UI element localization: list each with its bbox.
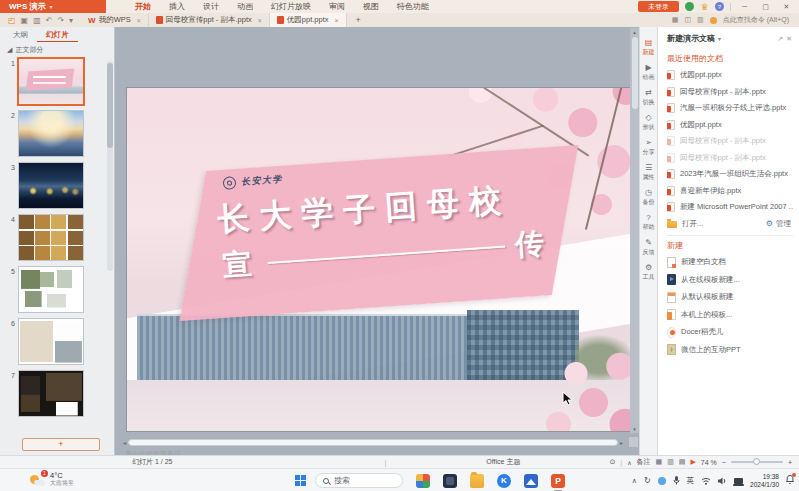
- find-icon-3[interactable]: ▥: [697, 16, 704, 24]
- vertical-scroll-thumb[interactable]: [632, 37, 638, 109]
- local-templates-item[interactable]: 本机上的模板...: [667, 309, 793, 320]
- print-icon[interactable]: ▥: [33, 16, 41, 25]
- normal-view-button[interactable]: ▦: [656, 458, 663, 466]
- zoom-in-button[interactable]: +: [788, 459, 792, 466]
- menu-icon[interactable]: ◰: [8, 16, 16, 25]
- tab-slideshow[interactable]: 幻灯片放映: [262, 1, 320, 12]
- recent-doc-item[interactable]: 回母校宣传ppt - 副本.pptx: [667, 87, 793, 97]
- shape-pane-button[interactable]: ◇ 形状: [642, 114, 655, 132]
- media-app-icon[interactable]: [443, 474, 457, 488]
- recent-doc-item[interactable]: 优园ppt.pptx: [667, 120, 793, 130]
- wps-logo[interactable]: WPS 演示 ▾: [0, 0, 106, 13]
- doc-tab-youyuan[interactable]: 优园ppt.pptx ×: [270, 13, 347, 27]
- wechat-interactive-ppt-item[interactable]: 微信上的互动PPT: [667, 344, 793, 355]
- manage-button[interactable]: ⚙ 管理: [766, 219, 793, 229]
- qa-more-icon[interactable]: ▾: [69, 16, 73, 25]
- add-slide-button[interactable]: +: [22, 438, 100, 451]
- tab-review[interactable]: 审阅: [320, 1, 354, 12]
- share-pane-button[interactable]: ➢ 分享: [642, 139, 655, 157]
- recent-doc-item-unavailable[interactable]: 回母校宣传ppt - 副本.pptx: [667, 136, 793, 146]
- section-header[interactable]: ◢ 正文部分: [0, 42, 114, 57]
- find-icon-2[interactable]: ◫: [684, 16, 691, 24]
- tab-home[interactable]: 开始: [126, 1, 160, 12]
- recent-doc-item-unavailable[interactable]: 回母校宣传ppt - 副本.pptx: [667, 153, 793, 163]
- slide-thumbnail[interactable]: [19, 319, 83, 364]
- slide-thumbnail-row[interactable]: 1: [0, 59, 114, 104]
- tab-design[interactable]: 设计: [194, 1, 228, 12]
- maximize-button[interactable]: ▢: [758, 0, 773, 13]
- slide-thumbnail-row[interactable]: 6: [0, 319, 114, 364]
- close-tab-icon[interactable]: ×: [335, 17, 339, 24]
- slide-thumbnail-row[interactable]: 5: [0, 267, 114, 312]
- help-icon[interactable]: ?: [715, 2, 724, 11]
- doc-tab-mywps[interactable]: W 我的WPS ×: [81, 13, 149, 27]
- scroll-right-icon[interactable]: ▸: [620, 439, 623, 446]
- weather-widget[interactable]: 1 4°C 大雨将至: [30, 472, 74, 487]
- transition-pane-button[interactable]: ⇄ 切换: [642, 89, 655, 107]
- slide-thumbnail[interactable]: [19, 371, 83, 416]
- backup-pane-button[interactable]: ◷ 备份: [642, 189, 655, 207]
- microphone-icon[interactable]: [673, 476, 680, 485]
- slide-thumbnail[interactable]: [19, 59, 83, 104]
- scroll-up-icon[interactable]: ▴: [633, 29, 636, 35]
- animation-pane-button[interactable]: ▶ 动画: [642, 64, 655, 82]
- new-pane-button[interactable]: ▤ 新建: [642, 39, 655, 57]
- photos-app-icon[interactable]: [524, 474, 538, 488]
- slide-thumbnail-row[interactable]: 2: [0, 111, 114, 156]
- slide-thumbnail-row[interactable]: 7: [0, 371, 114, 416]
- redo-icon[interactable]: ↷: [57, 16, 64, 25]
- wps-presentation-app-icon[interactable]: P: [551, 474, 565, 488]
- crown-icon[interactable]: ♛: [700, 2, 709, 11]
- properties-pane-button[interactable]: ☰ 属性: [642, 164, 655, 182]
- help-pane-button[interactable]: ? 帮助: [642, 214, 655, 232]
- scroll-down-icon[interactable]: ▾: [633, 426, 636, 432]
- panel-scrollbar[interactable]: [107, 61, 113, 271]
- recent-doc-item[interactable]: 汽服一班积极分子线上评选.pptx: [667, 103, 793, 113]
- command-search[interactable]: ▦ ◫ ▥ 点此查找命令 (Alt+Q): [672, 13, 799, 27]
- scroll-left-icon[interactable]: ◂: [123, 439, 126, 446]
- outline-tab[interactable]: 大纲: [4, 28, 37, 42]
- recent-doc-item[interactable]: 喜迎新年伊始.pptx: [667, 186, 793, 196]
- doc-tab-huimuxiao[interactable]: 回母校宣传ppt - 副本.pptx ×: [149, 13, 270, 27]
- notes-toggle[interactable]: 备注: [637, 457, 651, 467]
- notification-bell[interactable]: [786, 475, 794, 486]
- battery-icon[interactable]: [734, 478, 743, 484]
- wifi-icon[interactable]: [701, 477, 711, 485]
- find-command-label[interactable]: 点此查找命令 (Alt+Q): [723, 15, 789, 25]
- find-icon-1[interactable]: ▦: [672, 16, 679, 24]
- banner-content[interactable]: 长安大学 长大学子回母校 宣 传: [192, 137, 575, 333]
- horizontal-scrollbar[interactable]: ◂ ▸: [123, 437, 623, 447]
- tab-animation[interactable]: 动画: [228, 1, 262, 12]
- undo-icon[interactable]: ↶: [46, 16, 53, 25]
- taskbar-clock[interactable]: 19:38 2024/1/30: [750, 473, 779, 489]
- new-tab-button[interactable]: +: [347, 13, 370, 27]
- recent-doc-item[interactable]: 优园ppt.pptx: [667, 70, 793, 80]
- recent-doc-item[interactable]: 2023年汽服一班组织生活会.pptx: [667, 169, 793, 179]
- pane-close-icon[interactable]: ✕: [786, 35, 792, 43]
- horizontal-scroll-track[interactable]: [128, 439, 618, 446]
- input-method-indicator[interactable]: 英: [687, 476, 695, 486]
- new-blank-doc-item[interactable]: 新建空白文档: [667, 257, 793, 268]
- taskbar-search-box[interactable]: 搜索: [315, 473, 403, 488]
- slide-thumbnail-row[interactable]: 3: [0, 163, 114, 208]
- tray-app-icon[interactable]: [658, 477, 666, 485]
- zoom-out-button[interactable]: −: [722, 459, 726, 466]
- reading-view-button[interactable]: ▤: [679, 458, 686, 466]
- docer-item[interactable]: Docer稻壳儿: [667, 327, 793, 338]
- slideshow-button[interactable]: ▶: [690, 458, 695, 466]
- volume-icon[interactable]: [718, 477, 727, 485]
- new-from-online-template-item[interactable]: 从在线模板新建...: [667, 274, 793, 285]
- pane-caret-icon[interactable]: ▾: [718, 35, 721, 42]
- zoom-slider-knob[interactable]: [753, 458, 760, 465]
- zoom-slider[interactable]: [731, 461, 783, 463]
- tools-pane-button[interactable]: ⚙ 工具: [642, 264, 655, 282]
- new-from-default-template-item[interactable]: 从默认模板新建: [667, 292, 793, 303]
- login-button[interactable]: 未登录: [638, 1, 679, 12]
- recent-doc-item[interactable]: 新建 Microsoft PowerPoint 2007 ...: [667, 202, 793, 212]
- save-icon[interactable]: ▣: [21, 16, 29, 25]
- spellcheck-icon[interactable]: ⊙: [609, 458, 615, 466]
- start-button[interactable]: [295, 475, 306, 486]
- open-button[interactable]: 打开...: [682, 219, 703, 229]
- notes-caret-icon[interactable]: ∧: [627, 459, 631, 466]
- close-tab-icon[interactable]: ×: [137, 17, 141, 24]
